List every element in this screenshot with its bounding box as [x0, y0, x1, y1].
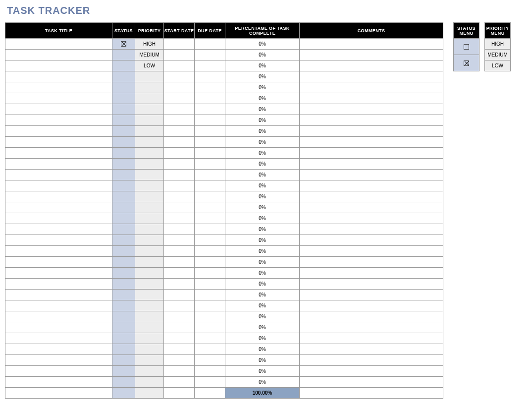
task-title-cell[interactable]	[5, 333, 112, 344]
task-title-cell[interactable]	[5, 377, 112, 388]
priority-menu-item[interactable]: HIGH	[485, 39, 511, 50]
task-title-cell[interactable]	[5, 300, 112, 311]
status-cell[interactable]	[112, 60, 135, 71]
comments-cell[interactable]	[300, 213, 443, 224]
due-date-cell[interactable]	[195, 344, 225, 355]
status-cell[interactable]	[112, 355, 135, 366]
start-date-cell[interactable]	[164, 191, 195, 202]
due-date-cell[interactable]	[195, 137, 225, 148]
comments-cell[interactable]	[300, 290, 443, 300]
pct-complete-cell[interactable]: 0%	[225, 191, 300, 202]
priority-cell[interactable]	[135, 279, 164, 290]
start-date-cell[interactable]	[164, 300, 195, 311]
pct-complete-cell[interactable]: 0%	[225, 93, 300, 104]
pct-complete-cell[interactable]: 0%	[225, 82, 300, 93]
priority-cell[interactable]	[135, 202, 164, 213]
status-cell[interactable]	[112, 180, 135, 191]
due-date-cell[interactable]	[195, 148, 225, 159]
due-date-cell[interactable]	[195, 268, 225, 279]
priority-cell[interactable]	[135, 322, 164, 333]
priority-cell[interactable]	[135, 93, 164, 104]
comments-cell[interactable]	[300, 235, 443, 246]
comments-cell[interactable]	[300, 60, 443, 71]
task-title-cell[interactable]	[5, 180, 112, 191]
priority-cell[interactable]	[135, 104, 164, 115]
status-cell[interactable]	[112, 246, 135, 257]
priority-cell[interactable]	[135, 377, 164, 388]
status-cell[interactable]	[112, 257, 135, 268]
status-cell[interactable]	[112, 159, 135, 170]
start-date-cell[interactable]	[164, 377, 195, 388]
due-date-cell[interactable]	[195, 322, 225, 333]
pct-complete-cell[interactable]: 0%	[225, 279, 300, 290]
task-title-cell[interactable]	[5, 235, 112, 246]
status-cell[interactable]	[112, 115, 135, 126]
pct-complete-cell[interactable]: 0%	[225, 39, 300, 50]
priority-menu-item[interactable]: LOW	[485, 60, 511, 71]
comments-cell[interactable]	[300, 126, 443, 137]
priority-cell[interactable]	[135, 235, 164, 246]
due-date-cell[interactable]	[195, 180, 225, 191]
task-title-cell[interactable]	[5, 82, 112, 93]
priority-cell[interactable]	[135, 137, 164, 148]
comments-cell[interactable]	[300, 333, 443, 344]
pct-complete-cell[interactable]: 0%	[225, 322, 300, 333]
due-date-cell[interactable]	[195, 71, 225, 82]
start-date-cell[interactable]	[164, 366, 195, 377]
status-cell[interactable]	[112, 191, 135, 202]
due-date-cell[interactable]	[195, 235, 225, 246]
start-date-cell[interactable]	[164, 60, 195, 71]
comments-cell[interactable]	[300, 311, 443, 322]
status-cell[interactable]	[112, 137, 135, 148]
task-title-cell[interactable]	[5, 170, 112, 180]
total-status-cell[interactable]	[112, 388, 135, 399]
priority-cell[interactable]	[135, 71, 164, 82]
start-date-cell[interactable]	[164, 115, 195, 126]
comments-cell[interactable]	[300, 170, 443, 180]
pct-complete-cell[interactable]: 0%	[225, 235, 300, 246]
start-date-cell[interactable]	[164, 344, 195, 355]
comments-cell[interactable]	[300, 50, 443, 60]
priority-cell[interactable]	[135, 300, 164, 311]
comments-cell[interactable]	[300, 268, 443, 279]
priority-cell[interactable]	[135, 366, 164, 377]
comments-cell[interactable]	[300, 377, 443, 388]
task-title-cell[interactable]	[5, 159, 112, 170]
due-date-cell[interactable]	[195, 60, 225, 71]
pct-complete-cell[interactable]: 0%	[225, 290, 300, 300]
start-date-cell[interactable]	[164, 50, 195, 60]
status-cell[interactable]	[112, 50, 135, 60]
due-date-cell[interactable]	[195, 257, 225, 268]
due-date-cell[interactable]	[195, 279, 225, 290]
status-cell[interactable]	[112, 344, 135, 355]
task-title-cell[interactable]	[5, 126, 112, 137]
task-title-cell[interactable]	[5, 50, 112, 60]
task-title-cell[interactable]	[5, 311, 112, 322]
status-cell[interactable]	[112, 300, 135, 311]
pct-complete-cell[interactable]: 0%	[225, 126, 300, 137]
start-date-cell[interactable]	[164, 235, 195, 246]
comments-cell[interactable]	[300, 159, 443, 170]
status-cell[interactable]	[112, 333, 135, 344]
task-title-cell[interactable]	[5, 279, 112, 290]
priority-cell[interactable]	[135, 257, 164, 268]
priority-cell[interactable]: HIGH	[135, 39, 164, 50]
priority-cell[interactable]: MEDIUM	[135, 50, 164, 60]
due-date-cell[interactable]	[195, 355, 225, 366]
status-cell[interactable]	[112, 290, 135, 300]
status-checkbox-icon[interactable]	[121, 41, 126, 47]
due-date-cell[interactable]	[195, 224, 225, 235]
priority-cell[interactable]	[135, 126, 164, 137]
comments-cell[interactable]	[300, 137, 443, 148]
priority-cell[interactable]	[135, 311, 164, 322]
comments-cell[interactable]	[300, 224, 443, 235]
priority-menu-item[interactable]: MEDIUM	[485, 50, 511, 60]
comments-cell[interactable]	[300, 39, 443, 50]
due-date-cell[interactable]	[195, 300, 225, 311]
task-title-cell[interactable]	[5, 115, 112, 126]
comments-cell[interactable]	[300, 115, 443, 126]
status-cell[interactable]	[112, 39, 135, 50]
pct-complete-cell[interactable]: 0%	[225, 300, 300, 311]
task-title-cell[interactable]	[5, 148, 112, 159]
start-date-cell[interactable]	[164, 268, 195, 279]
